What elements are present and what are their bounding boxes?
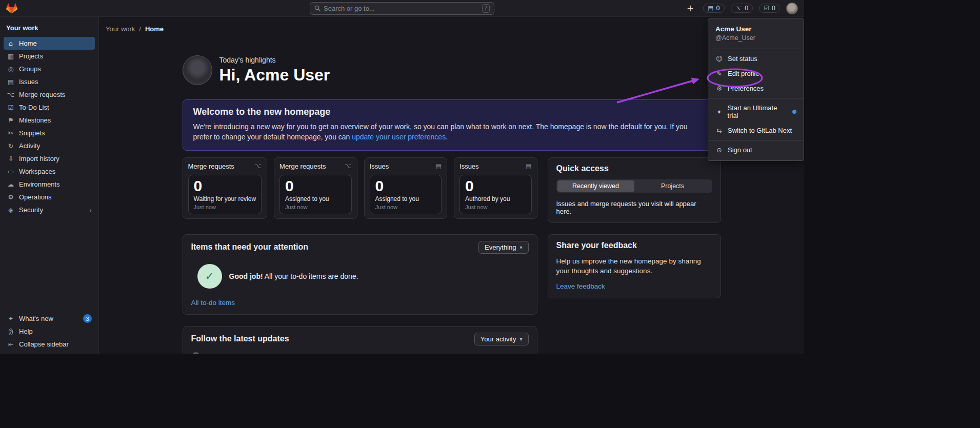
workspaces-icon: ▭ — [7, 168, 15, 175]
sidebar-item-environments[interactable]: ☁ Environments — [4, 178, 95, 191]
issues-icon: ▤ — [708, 5, 713, 12]
metric-value: 0 — [285, 177, 346, 195]
tab-recently-viewed[interactable]: Recently viewed — [557, 180, 634, 192]
menu-item-ultimate-trial[interactable]: ✦ Start an Ultimate trial — [708, 100, 804, 123]
sidebar-item-label: Collapse sidebar — [19, 340, 69, 348]
create-new-button[interactable]: + — [684, 3, 697, 14]
sidebar-context-title: Your work — [0, 24, 98, 37]
sidebar-item-label: Issues — [19, 78, 38, 86]
user-menu-header: Acme User @Acme_User — [708, 21, 804, 47]
menu-item-preferences[interactable]: ⚙ Preferences — [708, 81, 804, 96]
metrics-row: Merge requests ⌥ 0 Waiting for your revi… — [183, 157, 537, 219]
feed-item: Joined project invicti-security / Invict… — [191, 352, 529, 354]
sidebar-item-label: Activity — [19, 142, 40, 150]
projects-icon: ▦ — [7, 52, 15, 60]
sidebar-bottom: ✦ What's new 3 ? Help ⇤ Collapse sidebar — [0, 312, 98, 351]
sidebar-item-security[interactable]: ◈ Security › — [4, 203, 95, 216]
chevron-down-icon: ▾ — [519, 244, 522, 250]
feed-project-link[interactable]: invicti-security / Invicti ASPM / Demo L… — [253, 353, 396, 354]
sidebar-nav: ⌂ Home ▦ Projects ◎ Groups ▤ Issues — [0, 37, 98, 216]
search-bar[interactable]: / — [310, 2, 494, 15]
sidebar-item-operations[interactable]: ⚙ Operations — [4, 191, 95, 203]
search-shortcut-key: / — [482, 4, 490, 13]
updates-filter-dropdown[interactable]: Your activity ▾ — [474, 333, 529, 345]
operations-gear-icon: ⚙ — [7, 193, 15, 201]
search-icon — [314, 5, 321, 11]
metric-value: 0 — [375, 177, 436, 195]
user-avatar[interactable] — [786, 3, 798, 14]
environments-cloud-icon: ☁ — [7, 180, 15, 188]
question-mark-icon: ? — [9, 329, 12, 335]
updates-filter-label: Your activity — [481, 335, 516, 343]
topbar: / + ▤ 0 ⌥ 0 ☑ 0 — [0, 0, 804, 17]
issues-counter[interactable]: ▤ 0 — [703, 4, 724, 13]
sidebar-item-label: Operations — [19, 193, 52, 201]
menu-item-edit-profile[interactable]: ✎ Edit profile — [708, 66, 804, 81]
update-preferences-link[interactable]: update your user preferences — [352, 133, 446, 141]
hero-eyebrow: Today's highlights — [219, 56, 330, 64]
metric-box: 0 Waiting for your review Just now — [188, 175, 262, 214]
metric-box: 0 Assigned to you Just now — [370, 175, 442, 214]
sidebar-item-projects[interactable]: ▦ Projects — [4, 50, 95, 63]
feedback-panel: Share your feedback Help us improve the … — [548, 234, 721, 298]
sidebar-item-collapse[interactable]: ⇤ Collapse sidebar — [4, 338, 95, 351]
sidebar-item-activity[interactable]: ↻ Activity — [4, 139, 95, 152]
menu-item-gitlab-next[interactable]: ⇆ Switch to GitLab Next — [708, 123, 804, 138]
menu-divider — [708, 140, 804, 140]
sidebar-item-import-history[interactable]: ⇩ Import history — [4, 152, 95, 165]
sidebar-item-issues[interactable]: ▤ Issues — [4, 75, 95, 88]
sidebar-item-home[interactable]: ⌂ Home — [4, 37, 95, 50]
issues-icon: ▤ — [526, 162, 531, 170]
metric-title: Merge requests — [188, 162, 234, 170]
tab-projects[interactable]: Projects — [634, 180, 711, 192]
sidebar-item-label: Help — [19, 328, 33, 335]
sidebar-item-milestones[interactable]: ⚑ Milestones — [4, 114, 95, 127]
menu-item-sign-out[interactable]: ⊙ Sign out — [708, 142, 804, 157]
hero-text: Today's highlights Hi, Acme User — [219, 56, 330, 85]
feed-timestamp: 1 month ago — [494, 353, 529, 354]
leave-feedback-link[interactable]: Leave feedback — [556, 282, 605, 290]
success-check-icon: ✓ — [197, 264, 222, 289]
collapse-sidebar-icon: ⇤ — [7, 340, 15, 348]
merge-requests-counter[interactable]: ⌥ 0 — [731, 4, 753, 13]
help-icon: ? — [7, 328, 15, 335]
all-todo-items-link[interactable]: All to-do items — [191, 299, 235, 307]
sidebar-item-workspaces[interactable]: ▭ Workspaces — [4, 165, 95, 178]
menu-item-label: Edit profile — [728, 70, 759, 77]
attention-empty-state: ✓ Good job! All your to-do items are don… — [197, 264, 529, 289]
quick-access-panel: Quick access Recently viewed Projects Is… — [548, 157, 721, 223]
breadcrumb-separator: / — [139, 25, 141, 33]
feedback-title: Share your feedback — [556, 241, 712, 250]
menu-item-label: Set status — [728, 55, 757, 63]
sidebar-item-label: Snippets — [19, 129, 45, 137]
sidebar-item-snippets[interactable]: ✂ Snippets — [4, 127, 95, 139]
sidebar: Your work ⌂ Home ▦ Projects ◎ Groups — [0, 17, 99, 354]
attention-title: Items that need your attention — [191, 242, 308, 252]
todos-counter[interactable]: ☑ 0 — [759, 4, 780, 13]
attention-filter-dropdown[interactable]: Everything ▾ — [478, 241, 528, 254]
whats-new-badge: 3 — [83, 314, 92, 323]
quick-access-empty-text: Issues and merge requests you visit will… — [556, 200, 712, 215]
search-input[interactable] — [324, 5, 479, 12]
sidebar-item-merge-requests[interactable]: ⌥ Merge requests — [4, 88, 95, 101]
feed-avatar — [191, 352, 201, 354]
sidebar-item-help[interactable]: ? Help — [4, 325, 95, 338]
menu-item-set-status[interactable]: ☺ Set status — [708, 51, 804, 66]
sidebar-item-todo-list[interactable]: ☑ To-Do List — [4, 101, 95, 114]
tanuki-icon — [6, 3, 17, 14]
gitlab-logo[interactable] — [6, 3, 17, 14]
groups-icon: ◎ — [7, 65, 15, 73]
user-full-name: Acme User — [715, 25, 796, 33]
sidebar-item-groups[interactable]: ◎ Groups — [4, 63, 95, 75]
desktop-background: / + ▤ 0 ⌥ 0 ☑ 0 — [0, 0, 980, 428]
hero-section: Today's highlights Hi, Acme User — [183, 55, 721, 85]
breadcrumb-home[interactable]: Home — [145, 25, 164, 33]
sidebar-item-label: Milestones — [19, 116, 51, 124]
chevron-right-icon: › — [89, 206, 92, 214]
metric-card-mr-assigned: Merge requests ⌥ 0 Assigned to you Just … — [274, 157, 357, 219]
quick-access-title: Quick access — [556, 164, 712, 173]
sidebar-item-whats-new[interactable]: ✦ What's new 3 — [4, 312, 95, 325]
breadcrumb-your-work[interactable]: Your work — [106, 25, 135, 33]
security-shield-icon: ◈ — [7, 206, 15, 214]
todos-count: 0 — [772, 5, 775, 12]
